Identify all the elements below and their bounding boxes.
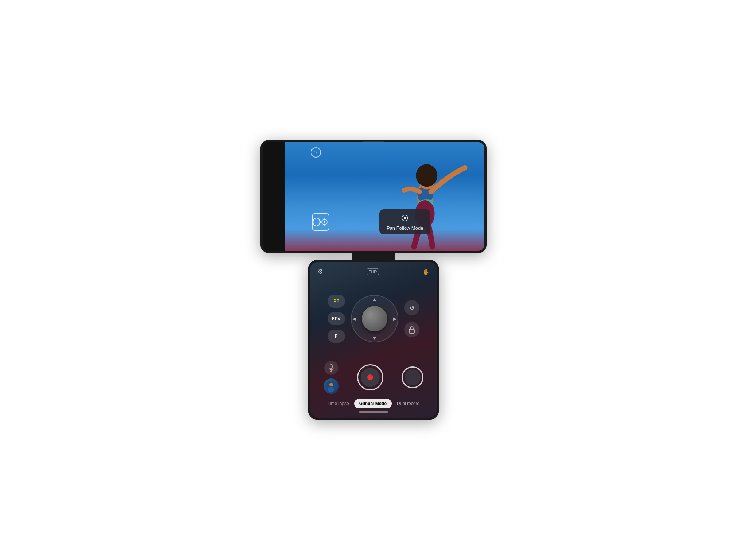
record-dot — [367, 374, 373, 380]
mic-button[interactable] — [324, 361, 338, 375]
bottom-phone: ⚙ FHD ✋ PF FPV F ▲ ▼ — [308, 260, 439, 420]
top-phone-screen: ? — [263, 142, 484, 251]
arrow-up-icon[interactable]: ▲ — [372, 296, 377, 302]
gimbal-target-left[interactable] — [312, 213, 329, 231]
crosshair-icon — [320, 217, 329, 227]
avatar-icon — [326, 381, 337, 392]
top-bar: ⚙ FHD ✋ — [314, 266, 433, 277]
tab-dual-record[interactable]: Dual record — [392, 399, 425, 408]
reset-button[interactable]: ↺ — [404, 300, 419, 315]
gesture-icon[interactable]: ✋ — [422, 268, 430, 275]
photo-button[interactable] — [402, 366, 423, 388]
arrow-down-icon[interactable]: ▼ — [372, 335, 377, 341]
svg-point-13 — [404, 217, 406, 219]
pan-follow-label: Pan Follow Mode — [387, 225, 423, 231]
arrow-right-icon[interactable]: ▶ — [393, 316, 397, 322]
device-container: ? — [257, 140, 490, 420]
mode-tabs: Time-lapse Gimbal Mode Dual record — [314, 397, 433, 410]
mode-btn-pf[interactable]: PF — [328, 295, 345, 308]
record-button-inner — [361, 368, 380, 387]
crosshair-icon-tooltip — [400, 213, 410, 223]
home-indicator — [359, 411, 388, 413]
pan-follow-tooltip: Pan Follow Mode — [379, 209, 430, 234]
pan-follow-tooltip-icon — [400, 213, 410, 223]
svg-rect-19 — [330, 365, 332, 368]
svg-rect-18 — [409, 329, 414, 333]
record-area — [314, 357, 433, 397]
arrow-left-icon[interactable]: ◀ — [352, 316, 356, 322]
joystick-area: PF FPV F ▲ ▼ ◀ ▶ ↺ — [314, 280, 433, 357]
settings-icon[interactable]: ⚙ — [317, 268, 323, 276]
bottom-phone-screen: ⚙ FHD ✋ PF FPV F ▲ ▼ — [310, 262, 437, 418]
mic-icon — [328, 364, 334, 372]
svg-point-5 — [416, 164, 437, 187]
top-phone: ? — [260, 140, 487, 253]
mode-btn-f[interactable]: F — [328, 330, 345, 343]
lock-icon — [409, 326, 415, 334]
mode-btn-fpv[interactable]: FPV — [328, 312, 345, 325]
photo-button-inner — [405, 369, 421, 385]
quality-badge[interactable]: FHD — [367, 268, 379, 275]
record-button[interactable] — [357, 364, 383, 390]
mode-buttons: PF FPV F — [328, 295, 345, 343]
joystick-knob[interactable] — [362, 306, 387, 331]
help-button[interactable]: ? — [311, 147, 321, 158]
svg-point-7 — [324, 221, 325, 223]
control-panel: ⚙ FHD ✋ PF FPV F ▲ ▼ — [310, 262, 437, 418]
tab-gimbal-mode[interactable]: Gimbal Mode — [354, 399, 392, 408]
joystick[interactable]: ▲ ▼ ◀ ▶ — [351, 295, 398, 342]
dancer-image — [367, 142, 484, 251]
lock-button[interactable] — [404, 322, 419, 337]
side-panel — [263, 142, 285, 251]
phone-hinge — [352, 253, 395, 260]
viewfinder: ? — [285, 142, 484, 251]
right-controls: ↺ — [404, 300, 419, 337]
tab-timelapse[interactable]: Time-lapse — [322, 399, 354, 408]
svg-point-23 — [329, 383, 333, 386]
avatar-button[interactable] — [324, 378, 339, 394]
